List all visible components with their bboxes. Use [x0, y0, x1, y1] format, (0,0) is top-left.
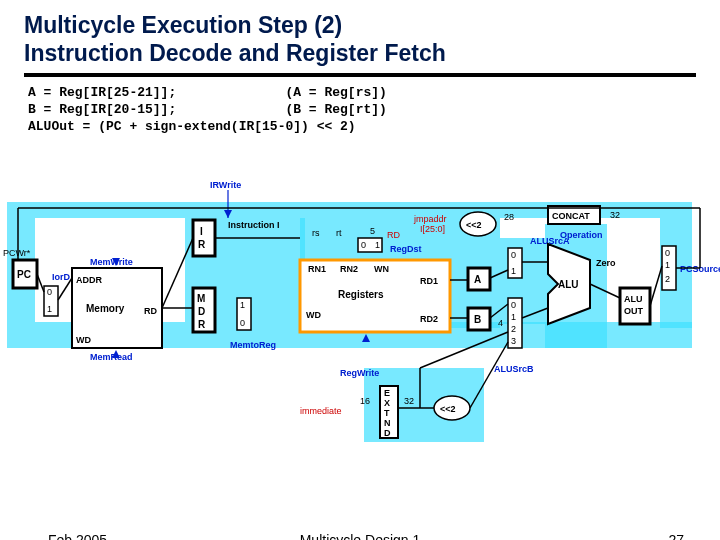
title-line2: Instruction Decode and Register Fetch — [24, 40, 446, 66]
svg-text:<<2: <<2 — [440, 404, 456, 414]
svg-text:1: 1 — [665, 260, 670, 270]
alusrcb-label: ALUSrcB — [494, 364, 534, 374]
svg-rect-17 — [193, 220, 215, 256]
svg-text:0: 0 — [47, 287, 52, 297]
svg-text:<<2: <<2 — [466, 220, 482, 230]
pcwr-label: PCWr* — [3, 248, 31, 258]
svg-text:N: N — [384, 418, 391, 428]
svg-text:E: E — [384, 388, 390, 398]
svg-text:X: X — [384, 398, 390, 408]
immediate-label: immediate — [300, 406, 342, 416]
svg-text:3: 3 — [511, 336, 516, 346]
svg-text:0: 0 — [361, 240, 366, 250]
regdst-label: RegDst — [390, 244, 422, 254]
svg-text:5: 5 — [370, 226, 375, 236]
svg-text:32: 32 — [610, 210, 620, 220]
svg-text:4: 4 — [498, 318, 503, 328]
svg-text:0: 0 — [511, 300, 516, 310]
memread-label: MemRead — [90, 352, 133, 362]
svg-text:1: 1 — [240, 300, 245, 310]
svg-text:M: M — [197, 293, 205, 304]
zero-label: Zero — [596, 258, 616, 268]
svg-text:WD: WD — [306, 310, 321, 320]
svg-text:RN1: RN1 — [308, 264, 326, 274]
footer-title: Multicycle Design 1 — [0, 532, 720, 540]
concat-label: CONCAT — [552, 211, 590, 221]
svg-text:T: T — [384, 408, 390, 418]
registers-label: Registers — [338, 289, 384, 300]
irwrite-label: IRWrite — [210, 180, 241, 190]
svg-text:D: D — [384, 428, 391, 438]
slide-number: 27 — [668, 532, 684, 540]
alu-label: ALU — [558, 279, 579, 290]
reg-b: B — [474, 314, 481, 325]
memtoreg-label: MemtoReg — [230, 340, 276, 350]
svg-text:2: 2 — [665, 274, 670, 284]
svg-text:RD: RD — [387, 230, 400, 240]
reg-a: A — [474, 274, 481, 285]
svg-text:ALU: ALU — [624, 294, 643, 304]
svg-text:rt: rt — [336, 228, 342, 238]
svg-text:R: R — [198, 239, 206, 250]
svg-text:OUT: OUT — [624, 306, 644, 316]
iord-label: IorD — [52, 272, 71, 282]
datapath-diagram: PC PCWr* 0 1 IorD ADDR Memory RD WD MemW… — [0, 168, 720, 468]
svg-text:2: 2 — [511, 324, 516, 334]
svg-text:rs: rs — [312, 228, 320, 238]
svg-text:1: 1 — [511, 312, 516, 322]
slide-title: Multicycle Execution Step (2) Instructio… — [24, 12, 696, 77]
memwrite-label: MemWrite — [90, 257, 133, 267]
svg-text:16: 16 — [360, 396, 370, 406]
svg-text:1: 1 — [375, 240, 380, 250]
operation-label: Operation — [560, 230, 603, 240]
svg-text:0: 0 — [511, 250, 516, 260]
regwrite-label: RegWrite — [340, 368, 379, 378]
pseudocode: A = Reg[IR[25-21]]; (A = Reg[rs]) B = Re… — [28, 85, 696, 136]
ir-label: I — [200, 226, 203, 237]
svg-text:RD: RD — [144, 306, 157, 316]
svg-text:1: 1 — [511, 266, 516, 276]
addr-label: ADDR — [76, 275, 102, 285]
svg-text:28: 28 — [504, 212, 514, 222]
title-line1: Multicycle Execution Step (2) — [24, 12, 342, 38]
svg-text:0: 0 — [665, 248, 670, 258]
svg-text:R: R — [198, 319, 206, 330]
svg-text:RN2: RN2 — [340, 264, 358, 274]
svg-text:0: 0 — [240, 318, 245, 328]
svg-text:WN: WN — [374, 264, 389, 274]
svg-text:RD1: RD1 — [420, 276, 438, 286]
svg-text:RD2: RD2 — [420, 314, 438, 324]
jmpaddr-label: jmpaddr — [413, 214, 447, 224]
memory-label: Memory — [86, 303, 125, 314]
svg-text:32: 32 — [404, 396, 414, 406]
wd-label: WD — [76, 335, 91, 345]
svg-text:D: D — [198, 306, 205, 317]
instruction-label: Instruction I — [228, 220, 280, 230]
pc-label: PC — [17, 269, 31, 280]
svg-text:I[25:0]: I[25:0] — [420, 224, 445, 234]
svg-text:1: 1 — [47, 304, 52, 314]
